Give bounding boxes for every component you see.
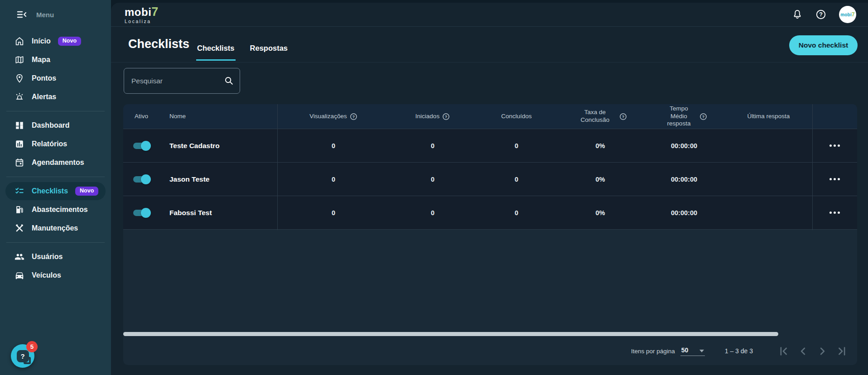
cell-value: 0: [332, 176, 335, 183]
items-per-page-select[interactable]: 50: [680, 346, 705, 356]
sidebar-item-agendamentos[interactable]: Agendamentos: [5, 154, 106, 172]
svg-text:?: ?: [445, 114, 447, 119]
sidebar-item-label: Usuários: [32, 253, 63, 261]
first-page-icon[interactable]: [777, 345, 790, 357]
cell-avg-response-time: 00:00:00: [643, 196, 725, 229]
column-header-taxa-de-conclusao: Taxa de Conclusão?: [557, 104, 643, 129]
cell-value: 00:00:00: [671, 142, 697, 149]
sidebar-item-label: Agendamentos: [32, 159, 84, 167]
avatar-logo-text: mobi: [840, 12, 852, 17]
sidebar-item-abastecimentos[interactable]: Abastecimentos: [5, 201, 106, 219]
column-header-label: Concluídos: [501, 113, 532, 120]
cell-name: Jason Teste: [159, 163, 277, 196]
cell-active: [123, 196, 159, 229]
column-header-label: Taxa de Conclusão: [574, 109, 617, 124]
cell-value: 0%: [596, 209, 605, 216]
checklist-name: Fabossi Test: [169, 209, 212, 217]
column-help-icon[interactable]: ?: [442, 113, 450, 120]
menu-collapse-icon[interactable]: [16, 9, 27, 20]
cell-completion-rate: 0%: [557, 129, 643, 162]
dashboard-icon: [14, 120, 24, 130]
items-per-page-label: Itens por página: [631, 348, 675, 355]
column-help-icon[interactable]: ?: [350, 113, 357, 120]
sidebar-item-checklists[interactable]: ChecklistsNovo: [5, 182, 106, 200]
sidebar-item-label: Alertas: [32, 93, 56, 101]
cell-value: 00:00:00: [671, 209, 697, 216]
column-header-iniciados: Iniciados?: [390, 104, 476, 129]
sidebar-item-label: Veículos: [32, 271, 61, 279]
notifications-bell-icon[interactable]: [792, 9, 803, 20]
sidebar-item-pontos[interactable]: Pontos: [5, 69, 106, 87]
search-icon[interactable]: [224, 76, 234, 86]
cell-value: 0: [431, 209, 434, 216]
previous-page-icon[interactable]: [797, 345, 809, 357]
new-checklist-button[interactable]: Novo checklist: [789, 35, 858, 55]
sidebar-item-label: Checklists: [32, 187, 68, 195]
sidebar-item-label: Pontos: [32, 74, 56, 82]
sidebar-nav: InícioNovoMapaPontosAlertasDashboardRela…: [0, 23, 111, 284]
cell-value: 0%: [596, 142, 605, 149]
column-header-label: Última resposta: [747, 113, 790, 120]
column-header-ativo: Ativo: [123, 104, 159, 129]
column-header-nome: Nome: [159, 104, 277, 129]
cell-completion-rate: 0%: [557, 163, 643, 196]
sidebar-item-inicio[interactable]: InícioNovo: [5, 32, 106, 50]
sidebar-divider: [6, 177, 105, 177]
logo-seven: 7: [151, 5, 159, 19]
home-icon: [14, 36, 24, 46]
column-help-icon[interactable]: ?: [699, 113, 707, 120]
sidebar-item-relatorios[interactable]: Relatórios: [5, 135, 106, 153]
row-menu-button[interactable]: [826, 141, 844, 150]
sidebar-item-dashboard[interactable]: Dashboard: [5, 116, 106, 135]
checklist-icon: [14, 186, 24, 196]
column-help-icon[interactable]: ?: [619, 113, 627, 120]
checklist-name: Teste Cadastro: [169, 142, 220, 150]
tab-respostas[interactable]: Respostas: [249, 41, 289, 61]
sidebar-item-mapa[interactable]: Mapa: [5, 51, 106, 69]
user-avatar[interactable]: mobi7: [839, 6, 856, 23]
column-header-label: Nome: [169, 113, 186, 120]
row-menu-button[interactable]: [826, 208, 844, 217]
logo-text: mobi: [125, 6, 151, 18]
topbar-divider: [111, 26, 868, 27]
cell-last-response: [725, 129, 812, 162]
sidebar-item-usuarios[interactable]: Usuários: [5, 248, 106, 266]
active-toggle[interactable]: [133, 210, 149, 216]
svg-text:?: ?: [352, 114, 354, 119]
menu-label: Menu: [36, 11, 54, 19]
sidebar-item-alertas[interactable]: Alertas: [5, 88, 106, 106]
cell-value: 0: [431, 142, 434, 149]
sidebar-item-label: Relatórios: [32, 140, 67, 148]
column-header-tempo-medio-resposta: Tempo Médio resposta?: [643, 104, 725, 129]
row-menu-button[interactable]: [826, 174, 844, 184]
sidebar-item-label: Abastecimentos: [32, 206, 88, 214]
next-page-icon[interactable]: [816, 345, 829, 357]
svg-text:?: ?: [702, 114, 704, 119]
cell-value: 0: [332, 209, 335, 216]
cell-views: 0: [277, 163, 390, 196]
tab-checklists[interactable]: Checklists: [196, 41, 236, 61]
sidebar-divider: [6, 242, 105, 243]
cell-name: Fabossi Test: [159, 196, 277, 229]
last-page-icon[interactable]: [836, 345, 848, 357]
sidebar-item-manutencoes[interactable]: Manutenções: [5, 219, 106, 237]
checklists-table-card: AtivoNomeVisualizações?Iniciados?Concluí…: [123, 104, 857, 365]
column-header-ultima-resposta: Última resposta: [725, 104, 812, 129]
users-icon: [14, 252, 24, 262]
cell-value: 0: [515, 176, 518, 183]
tools-icon: [14, 223, 24, 233]
help-icon[interactable]: ?: [815, 9, 826, 20]
column-header-label: Tempo Médio resposta: [661, 105, 697, 128]
search-input[interactable]: [124, 68, 240, 94]
active-toggle[interactable]: [133, 176, 149, 183]
cell-completed: 0: [476, 163, 557, 196]
tab-bar: Checklists Respostas: [196, 41, 289, 61]
active-toggle[interactable]: [133, 143, 149, 149]
novo-badge: Novo: [75, 187, 98, 196]
help-fab-button[interactable]: ? 5: [11, 344, 34, 368]
horizontal-scrollbar-thumb[interactable]: [123, 332, 778, 336]
cell-actions: [812, 196, 857, 229]
sidebar-item-veiculos[interactable]: Veículos: [5, 266, 106, 284]
calendar-icon: [14, 158, 24, 168]
sidebar-item-label: Dashboard: [32, 121, 70, 130]
